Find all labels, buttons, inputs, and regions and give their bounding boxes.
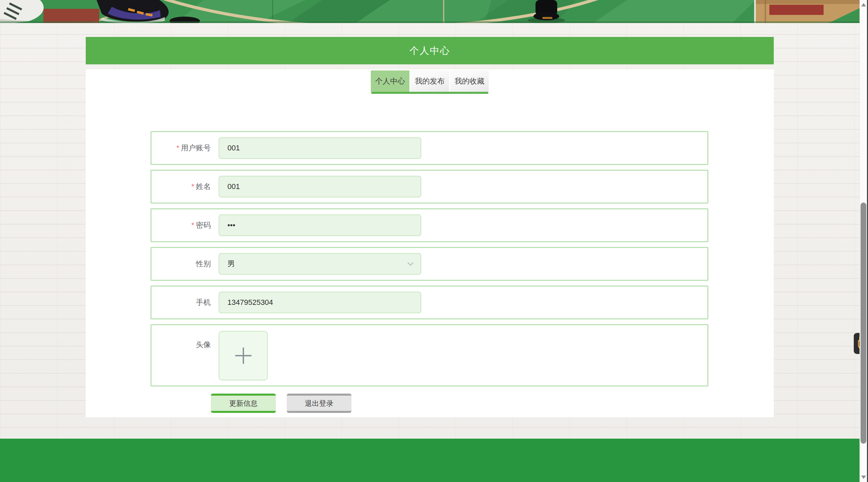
required-mark: *	[176, 144, 179, 152]
name-label: *姓名	[152, 182, 215, 191]
form-actions: 更新信息 退出登录	[211, 394, 708, 413]
form-row-avatar: 头像	[150, 324, 708, 386]
basketball-court-banner-image	[0, 0, 868, 23]
account-input[interactable]	[219, 137, 421, 159]
scrollbar-down-arrow[interactable]	[861, 476, 866, 479]
tab-bar: 个人中心 我的发布 我的收藏	[371, 70, 489, 92]
tab-my-favorites[interactable]: 我的收藏	[450, 70, 489, 92]
name-input[interactable]	[219, 176, 421, 197]
tab-personal-center[interactable]: 个人中心	[371, 70, 409, 92]
tab-active-underline	[371, 92, 488, 94]
gender-label: 性别	[152, 259, 215, 268]
required-mark: *	[191, 221, 194, 229]
form-row-gender: 性别 男	[150, 247, 708, 281]
scrollbar-up-arrow[interactable]	[861, 3, 866, 6]
update-info-button[interactable]: 更新信息	[211, 394, 276, 413]
form-row-account: *用户账号	[150, 131, 708, 165]
gender-select[interactable]: 男	[219, 253, 421, 275]
phone-input[interactable]	[219, 292, 421, 313]
logout-button[interactable]: 退出登录	[287, 394, 351, 413]
tab-my-posts[interactable]: 我的发布	[410, 70, 449, 92]
page-footer	[0, 439, 860, 482]
password-input[interactable]	[219, 214, 421, 236]
phone-label: 手机	[152, 298, 215, 307]
avatar-upload-button[interactable]	[219, 331, 268, 380]
form-row-password: *密码	[150, 208, 708, 242]
avatar-label: 头像	[152, 331, 215, 349]
plus-icon	[235, 348, 251, 364]
chevron-down-icon	[407, 262, 414, 266]
form-row-phone: 手机	[150, 286, 708, 319]
personal-center-card: 个人中心 我的发布 我的收藏 *用户账号 *姓名 *密码 性别 男	[86, 69, 774, 417]
form-row-name: *姓名	[150, 170, 708, 204]
password-label: *密码	[152, 221, 215, 230]
page-title-bar: 个人中心	[86, 37, 774, 64]
scrollbar-track[interactable]	[860, 0, 867, 482]
required-mark: *	[191, 182, 194, 191]
profile-form: *用户账号 *姓名 *密码 性别 男 手机 头像	[150, 131, 708, 413]
gender-select-value: 男	[227, 259, 235, 269]
scrollbar-thumb[interactable]	[861, 203, 866, 444]
account-label: *用户账号	[152, 144, 215, 152]
page-title: 个人中心	[409, 44, 450, 57]
